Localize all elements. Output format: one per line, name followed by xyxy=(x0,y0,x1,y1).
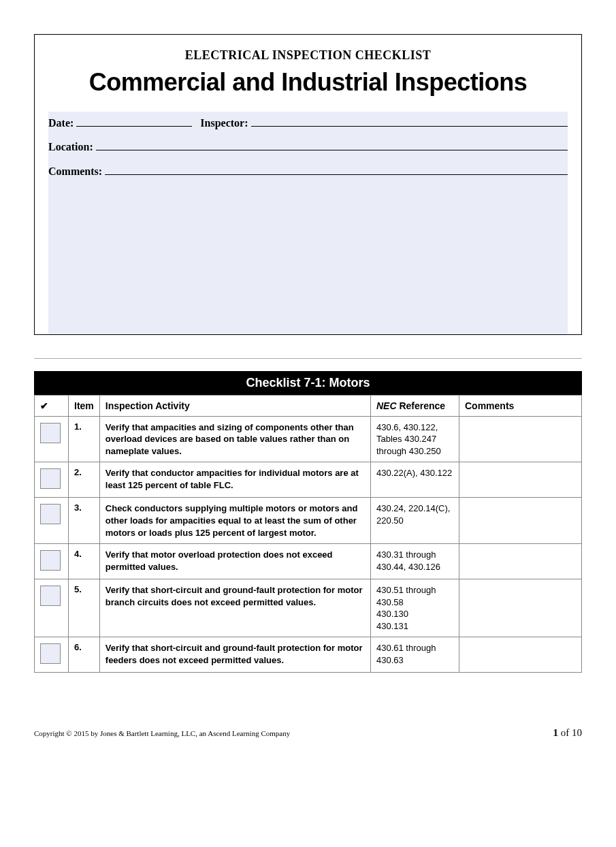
check-cell xyxy=(35,579,69,637)
row-comments: Comments: xyxy=(48,160,568,178)
checklist-title: Checklist 7-1: Motors xyxy=(34,371,582,395)
activity-text: Verify that motor overload protection do… xyxy=(99,544,370,579)
page-current: 1 xyxy=(553,727,559,738)
item-number: 4. xyxy=(69,544,100,579)
checkbox[interactable] xyxy=(40,423,61,443)
checkbox[interactable] xyxy=(40,586,61,606)
row-date-inspector: Date: Inspector: xyxy=(48,112,568,136)
item-number: 1. xyxy=(69,416,100,462)
checkbox[interactable] xyxy=(40,550,61,571)
checkbox[interactable] xyxy=(40,643,61,664)
comments-cell[interactable] xyxy=(459,579,582,637)
table-row: 3. Check conductors supplying multiple m… xyxy=(35,498,582,544)
comments-input-line[interactable] xyxy=(105,163,568,175)
nec-reference: 430.6, 430.122, Tables 430.247 through 4… xyxy=(371,416,459,462)
table-row: 1. Verify that ampacities and sizing of … xyxy=(35,416,582,462)
row-location: Location: xyxy=(48,136,568,161)
page-sep: of xyxy=(558,727,572,738)
table-header-row: ✔ Item Inspection Activity NEC Reference… xyxy=(35,395,582,416)
location-label: Location: xyxy=(48,141,96,153)
nec-reference: 430.31 through 430.44, 430.126 xyxy=(371,544,459,579)
activity-text: Check conductors supplying multiple moto… xyxy=(99,498,370,544)
inspector-label: Inspector: xyxy=(200,117,250,129)
nec-reference: 430.24, 220.14(C), 220.50 xyxy=(371,498,459,544)
check-cell xyxy=(35,544,69,579)
checklist-section: Checklist 7-1: Motors ✔ Item Inspection … xyxy=(34,371,582,673)
col-check-header: ✔ xyxy=(35,395,69,416)
comments-cell[interactable] xyxy=(459,544,582,579)
table-row: 2. Verify that conductor ampacities for … xyxy=(35,462,582,498)
comments-label: Comments: xyxy=(48,165,105,178)
overline: ELECTRICAL INSPECTION CHECKLIST xyxy=(48,48,568,63)
page-total: 10 xyxy=(572,727,582,738)
page-footer: Copyright © 2015 by Jones & Bartlett Lea… xyxy=(0,727,616,755)
comments-textarea[interactable] xyxy=(48,178,568,334)
col-item-header: Item xyxy=(69,395,100,416)
activity-text: Verify that short-circuit and ground-fau… xyxy=(99,579,370,637)
comments-cell[interactable] xyxy=(459,416,582,462)
item-number: 6. xyxy=(69,637,100,673)
page-title: Commercial and Industrial Inspections xyxy=(48,68,568,97)
item-number: 5. xyxy=(69,579,100,637)
table-row: 4. Verify that motor overload protection… xyxy=(35,544,582,579)
location-input[interactable] xyxy=(96,139,568,151)
activity-text: Verify that ampacities and sizing of com… xyxy=(99,416,370,462)
check-cell xyxy=(35,416,69,462)
nec-reference: 430.51 through 430.58 430.130 430.131 xyxy=(371,579,459,637)
section-divider xyxy=(34,358,582,359)
date-label: Date: xyxy=(48,117,76,129)
page-indicator: 1 of 10 xyxy=(553,727,583,739)
checkbox[interactable] xyxy=(40,468,61,489)
check-cell xyxy=(35,498,69,544)
comments-cell[interactable] xyxy=(459,462,582,498)
inspector-input[interactable] xyxy=(251,114,568,127)
item-number: 3. xyxy=(69,498,100,544)
checkbox[interactable] xyxy=(40,504,61,524)
item-number: 2. xyxy=(69,462,100,498)
check-cell xyxy=(35,637,69,673)
col-comments-header: Comments xyxy=(459,395,582,416)
table-row: 6. Verify that short-circuit and ground-… xyxy=(35,637,582,673)
activity-text: Verify that short-circuit and ground-fau… xyxy=(99,637,370,673)
nec-reference: 430.22(A), 430.122 xyxy=(371,462,459,498)
table-row: 5. Verify that short-circuit and ground-… xyxy=(35,579,582,637)
checklist-table: ✔ Item Inspection Activity NEC Reference… xyxy=(34,395,582,673)
checklist-tbody: 1. Verify that ampacities and sizing of … xyxy=(35,416,582,672)
date-input[interactable] xyxy=(76,114,192,127)
comments-cell[interactable] xyxy=(459,637,582,673)
nec-reference: 430.61 through 430.63 xyxy=(371,637,459,673)
comments-cell[interactable] xyxy=(459,498,582,544)
col-nec-header: NEC Reference xyxy=(371,395,459,416)
copyright-text: Copyright © 2015 by Jones & Bartlett Lea… xyxy=(34,729,290,737)
check-cell xyxy=(35,462,69,498)
activity-text: Verify that conductor ampacities for ind… xyxy=(99,462,370,498)
form-fields: Date: Inspector: Location: Comments: xyxy=(48,112,568,334)
header-box: ELECTRICAL INSPECTION CHECKLIST Commerci… xyxy=(34,34,582,335)
page-content: ELECTRICAL INSPECTION CHECKLIST Commerci… xyxy=(0,0,616,686)
col-activity-header: Inspection Activity xyxy=(99,395,370,416)
